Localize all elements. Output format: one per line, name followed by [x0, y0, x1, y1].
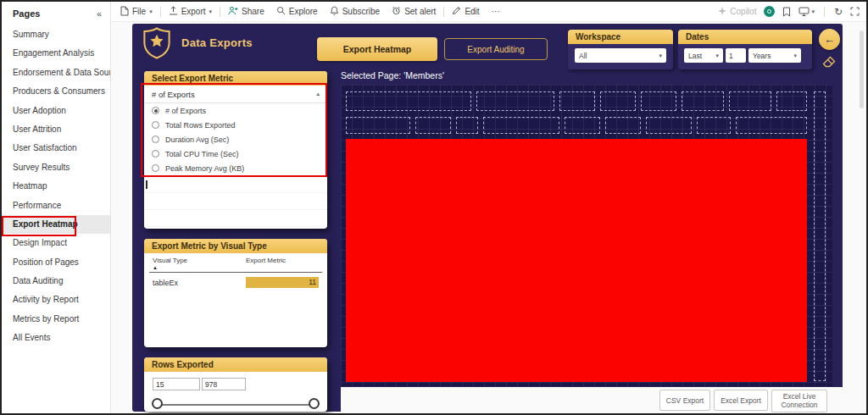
alarm-icon — [392, 6, 401, 17]
wireframe-box — [736, 117, 807, 134]
wireframe-box — [456, 117, 478, 134]
back-button[interactable]: ← — [819, 29, 840, 50]
slider-handle-max[interactable] — [309, 398, 320, 409]
rows-range-slider — [149, 397, 322, 412]
share-icon — [228, 6, 238, 17]
bookmark-icon[interactable] — [782, 7, 791, 17]
metric-option[interactable]: Duration Avg (Sec) — [144, 132, 327, 147]
pages-sidebar: Pages « Summary Engagement Analysis Endo… — [2, 2, 111, 413]
share-button[interactable]: Share — [222, 2, 270, 21]
sidebar-item-user-attrition[interactable]: User Attrition — [2, 120, 110, 139]
wireframe-box — [814, 91, 826, 381]
export-heatmap-visual[interactable] — [341, 85, 832, 386]
export-menu[interactable]: Export ▾ — [163, 2, 218, 21]
date-range-unit-select[interactable]: Years ▾ — [748, 48, 801, 63]
heatmap-hot-region[interactable] — [346, 139, 807, 382]
csv-export-button[interactable]: CSV Export — [659, 390, 710, 411]
excel-live-connection-button[interactable]: Excel Live Connection — [771, 390, 827, 412]
metric-options-list: # of Exports Total Rows Exported Duratio… — [144, 103, 327, 175]
selected-page-label: Selected Page: 'Members' — [341, 70, 444, 80]
collapse-sidebar-icon[interactable]: « — [97, 8, 102, 19]
workspace-select[interactable]: All ▾ — [575, 48, 666, 63]
toolbar-divider — [824, 7, 825, 17]
col-visual-type[interactable]: Visual Type ▲ — [153, 257, 246, 270]
toolbar-right-group: Copilot ▾ ↻ — [718, 6, 860, 18]
metric-panel-title: Select Export Metric — [144, 71, 327, 86]
pencil-icon — [452, 6, 461, 17]
sidebar-item-metrics-by-report[interactable]: Metrics by Report — [2, 310, 110, 329]
scrollbar[interactable] — [860, 30, 864, 108]
metric-option[interactable]: Total CPU Time (Sec) — [144, 147, 327, 161]
metric-option[interactable]: Total Rows Exported — [144, 118, 327, 132]
rows-max-input[interactable] — [202, 378, 246, 390]
chevron-down-icon: ▾ — [811, 8, 815, 15]
dates-panel-title: Dates — [678, 30, 812, 44]
set-alert-label: Set alert — [404, 7, 436, 16]
rows-min-input[interactable] — [153, 378, 200, 390]
slider-handle-min[interactable] — [152, 398, 163, 409]
select-export-metric-panel: Select Export Metric # of Exports ▴ # of… — [144, 71, 327, 229]
visual-type-table-panel: Export Metric by Visual Type Visual Type… — [144, 239, 327, 347]
fullscreen-icon[interactable] — [850, 7, 860, 16]
range-inputs — [153, 378, 327, 390]
wireframe-box — [346, 91, 471, 111]
col-export-metric[interactable]: Export Metric — [246, 257, 319, 264]
date-range-value-input[interactable] — [726, 48, 746, 63]
presence-badge-icon[interactable] — [764, 6, 775, 17]
tab-export-heatmap[interactable]: Export Heatmap — [317, 37, 437, 61]
sidebar-item-survey-results[interactable]: Survey Results — [2, 158, 110, 177]
sidebar-item-user-adoption[interactable]: User Adoption — [2, 102, 110, 120]
chevron-up-icon: ▴ — [316, 91, 320, 97]
edit-button[interactable]: Edit — [446, 2, 485, 21]
wireframe-box — [646, 117, 692, 134]
report-canvas: Data Exports Export Heatmap Export Audit… — [132, 24, 843, 412]
share-label: Share — [242, 7, 264, 16]
pages-header: Pages « — [2, 2, 110, 22]
wireframe-box — [565, 117, 600, 134]
sidebar-item-engagement-analysis[interactable]: Engagement Analysis — [2, 44, 110, 63]
clear-filters-eraser-icon[interactable] — [821, 55, 837, 72]
export-icon — [169, 6, 178, 17]
toolbar-divider — [443, 7, 444, 17]
sidebar-item-design-impact[interactable]: Design Impact — [2, 234, 110, 252]
sidebar-item-summary[interactable]: Summary — [2, 25, 110, 44]
view-mode-menu[interactable]: ▾ — [798, 7, 815, 16]
excel-export-button[interactable]: Excel Export — [714, 390, 768, 411]
sidebar-item-performance[interactable]: Performance — [2, 196, 110, 215]
slicer-empty-area — [144, 175, 327, 227]
set-alert-button[interactable]: Set alert — [386, 2, 442, 21]
chevron-down-icon: ▾ — [793, 53, 797, 59]
sidebar-item-endorsement-data-sources[interactable]: Endorsement & Data Sources — [2, 64, 110, 82]
sidebar-item-all-events[interactable]: All Events — [2, 329, 110, 347]
date-range-type-select[interactable]: Last ▾ — [684, 48, 723, 63]
radio-icon — [152, 150, 159, 158]
sidebar-item-activity-by-report[interactable]: Activity by Report — [2, 290, 110, 309]
radio-icon — [152, 164, 159, 172]
sidebar-item-heatmap[interactable]: Heatmap — [2, 177, 110, 196]
sidebar-item-export-heatmap[interactable]: Export Heatmap — [2, 215, 110, 234]
more-options-button[interactable]: ··· — [486, 2, 506, 21]
file-menu[interactable]: File ▾ — [114, 2, 159, 21]
tab-export-auditing[interactable]: Export Auditing — [444, 38, 548, 60]
chevron-down-icon: ▾ — [715, 53, 719, 59]
dates-controls: Last ▾ Years ▾ — [684, 48, 806, 63]
wireframe-box — [776, 91, 807, 111]
copilot-button[interactable]: Copilot — [718, 7, 756, 17]
explore-button[interactable]: Explore — [270, 2, 324, 21]
metric-dropdown[interactable]: # of Exports ▴ — [144, 86, 327, 103]
sidebar-item-position-of-pages[interactable]: Position of Pages — [2, 253, 110, 272]
refresh-icon[interactable]: ↻ — [834, 6, 843, 18]
visual-type-panel-title: Export Metric by Visual Type — [144, 239, 327, 253]
workspace-panel-title: Workspace — [568, 30, 673, 44]
metric-option[interactable]: Peak Memory Avg (KB) — [144, 161, 327, 175]
wireframe-box — [605, 117, 641, 134]
metric-option[interactable]: # of Exports — [144, 103, 327, 118]
explore-label: Explore — [289, 7, 318, 16]
sidebar-item-user-satisfaction[interactable]: User Satisfaction — [2, 139, 110, 158]
app-window: Pages « Summary Engagement Analysis Endo… — [0, 0, 868, 415]
sidebar-item-producers-consumers[interactable]: Producers & Consumers — [2, 82, 110, 101]
wireframe-box — [729, 91, 771, 111]
subscribe-button[interactable]: Subscribe — [324, 2, 386, 21]
sidebar-item-data-auditing[interactable]: Data Auditing — [2, 272, 110, 290]
table-row[interactable]: tableEx 11 — [144, 273, 327, 288]
